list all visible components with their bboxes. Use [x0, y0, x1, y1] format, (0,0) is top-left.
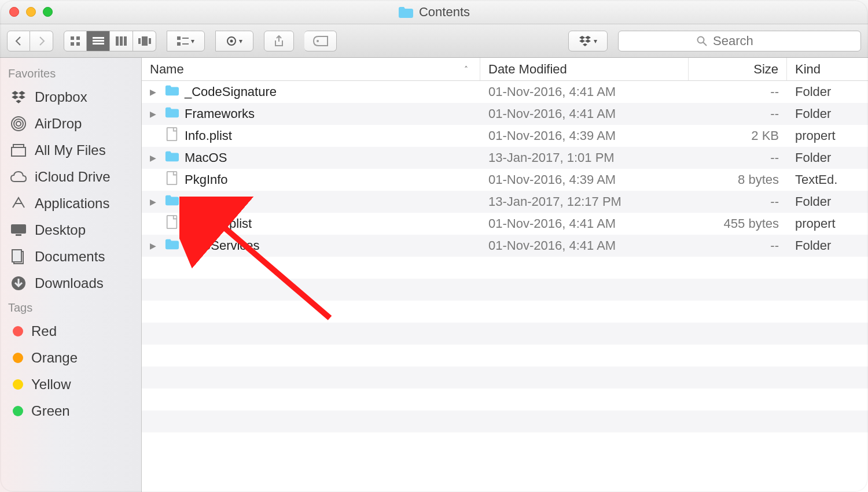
empty-row	[142, 279, 868, 301]
folder-icon	[165, 193, 179, 210]
file-row-frameworks[interactable]: ▶Frameworks01-Nov-2016, 4:41 AM--Folder	[142, 103, 868, 125]
chevron-down-icon: ▾	[191, 37, 194, 45]
sidebar-item-applications[interactable]: Applications	[0, 190, 141, 217]
empty-row	[142, 389, 868, 410]
dropbox-toolbar-button[interactable]: ▾	[568, 31, 608, 51]
chevron-down-icon: ▾	[594, 37, 597, 45]
file-row-pkginfo[interactable]: PkgInfo01-Nov-2016, 4:39 AM8 bytesTextEd…	[142, 169, 868, 191]
file-kind: TextEd.	[787, 169, 868, 191]
disclosure-triangle-icon[interactable]: ▶	[150, 241, 159, 250]
sidebar-item-label: Yellow	[31, 376, 71, 393]
file-row-info-plist[interactable]: Info.plist01-Nov-2016, 4:39 AM2 KBproper…	[142, 125, 868, 147]
svg-rect-5	[93, 40, 104, 42]
nav-group	[7, 31, 53, 51]
svg-rect-1	[76, 36, 80, 40]
column-header-name[interactable]: Name ˄	[142, 58, 480, 80]
file-name: Frameworks	[185, 106, 255, 121]
svg-point-22	[16, 121, 21, 126]
arrange-button[interactable]: ▾	[167, 31, 205, 51]
disclosure-triangle-icon[interactable]: ▶	[150, 87, 159, 97]
window-title: Contents	[398, 5, 470, 20]
main-area: Favorites DropboxAirDropAll My FilesiClo…	[0, 58, 868, 492]
empty-row	[142, 410, 868, 432]
svg-rect-34	[167, 172, 177, 184]
back-button[interactable]	[7, 31, 30, 51]
disclosure-triangle-icon[interactable]: ▶	[150, 109, 159, 119]
file-name: XPCServices	[185, 238, 260, 253]
sidebar-tag-orange[interactable]: Orange	[0, 345, 141, 371]
tag-color-icon	[13, 353, 23, 363]
sidebar-item-downloads[interactable]: Downloads	[0, 270, 141, 297]
svg-rect-11	[142, 36, 148, 46]
svg-rect-35	[167, 216, 177, 228]
close-window-button[interactable]	[9, 7, 19, 17]
disclosure-triangle-icon[interactable]: ▶	[150, 153, 159, 162]
icon-view-button[interactable]	[64, 31, 87, 51]
toolbar: ▾ ▾ ▾	[0, 24, 868, 58]
coverflow-view-button[interactable]	[133, 31, 156, 51]
svg-rect-14	[177, 42, 181, 46]
file-size: 8 bytes	[689, 169, 787, 191]
column-header-kind[interactable]: Kind	[787, 58, 868, 80]
search-icon	[697, 36, 707, 46]
window-title-text: Contents	[419, 5, 470, 20]
sidebar-item-label: Downloads	[35, 275, 104, 291]
file-kind: Folder	[787, 147, 868, 169]
list-view-button[interactable]	[87, 31, 110, 51]
svg-rect-29	[16, 234, 21, 236]
svg-rect-26	[13, 145, 24, 147]
sidebar-item-label: All My Files	[35, 142, 106, 158]
share-icon	[274, 35, 284, 47]
action-button[interactable]: ▾	[215, 31, 253, 51]
sidebar-item-all-my-files[interactable]: All My Files	[0, 137, 141, 164]
sidebar-tag-yellow[interactable]: Yellow	[0, 371, 141, 398]
column-header-date[interactable]: Date Modified	[480, 58, 689, 80]
sidebar-item-label: Green	[31, 403, 70, 419]
file-date: 01-Nov-2016, 4:41 AM	[480, 81, 689, 103]
tags-button[interactable]	[304, 31, 337, 51]
arrange-icon	[177, 36, 189, 46]
columns-icon	[116, 36, 127, 46]
file-kind: propert	[787, 125, 868, 147]
file-kind: Folder	[787, 103, 868, 125]
chevron-down-icon: ▾	[239, 37, 242, 45]
downloads-icon	[10, 275, 27, 291]
sidebar-tag-green[interactable]: Green	[0, 398, 141, 424]
search-field[interactable]	[618, 31, 861, 51]
sidebar-tag-red[interactable]: Red	[0, 318, 141, 345]
svg-rect-31	[12, 250, 21, 262]
column-view-button[interactable]	[110, 31, 133, 51]
svg-line-21	[703, 42, 707, 46]
file-icon	[165, 215, 179, 232]
sidebar-item-airdrop[interactable]: AirDrop	[0, 110, 141, 137]
gear-icon	[226, 36, 237, 46]
empty-row	[142, 323, 868, 345]
sidebar-item-desktop[interactable]: Desktop	[0, 217, 141, 243]
column-header-size[interactable]: Size	[689, 58, 787, 80]
file-row-resources[interactable]: ▶Resources13-Jan-2017, 12:17 PM--Folder	[142, 191, 868, 213]
empty-row	[142, 257, 868, 279]
file-row-xpcservices[interactable]: ▶XPCServices01-Nov-2016, 4:41 AM--Folder	[142, 235, 868, 257]
file-row--codesignature[interactable]: ▶_CodeSignature01-Nov-2016, 4:41 AM--Fol…	[142, 81, 868, 103]
search-input[interactable]	[713, 34, 782, 49]
disclosure-triangle-icon[interactable]: ▶	[150, 197, 159, 206]
folder-icon	[398, 6, 413, 18]
sidebar-item-label: Documents	[35, 249, 105, 265]
sidebar-item-documents[interactable]: Documents	[0, 243, 141, 270]
svg-point-23	[14, 119, 23, 128]
documents-icon	[10, 249, 27, 265]
share-button[interactable]	[264, 31, 294, 51]
file-row-version-plist[interactable]: version.plist01-Nov-2016, 4:41 AM455 byt…	[142, 213, 868, 235]
file-icon	[165, 171, 179, 188]
file-row-macos[interactable]: ▶MacOS13-Jan-2017, 1:01 PM--Folder	[142, 147, 868, 169]
sidebar: Favorites DropboxAirDropAll My FilesiClo…	[0, 58, 142, 492]
svg-rect-3	[76, 42, 80, 46]
minimize-window-button[interactable]	[26, 7, 36, 17]
forward-button[interactable]	[30, 31, 53, 51]
sidebar-item-dropbox[interactable]: Dropbox	[0, 84, 141, 110]
coverflow-icon	[138, 36, 151, 46]
sidebar-item-icloud-drive[interactable]: iCloud Drive	[0, 164, 141, 190]
zoom-window-button[interactable]	[43, 7, 53, 17]
sidebar-item-label: Dropbox	[35, 89, 87, 105]
file-kind: Folder	[787, 235, 868, 257]
